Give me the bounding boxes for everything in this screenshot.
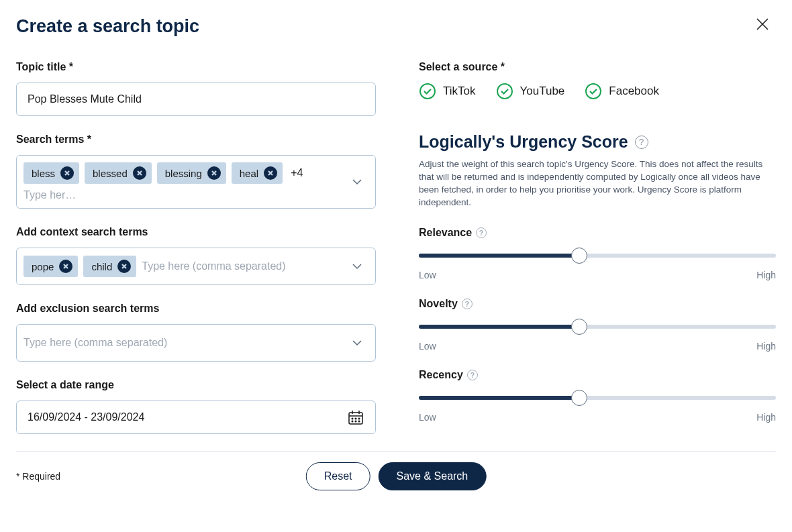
help-icon[interactable]: ? <box>467 370 478 380</box>
tag-text: pope <box>32 261 54 272</box>
check-circle-icon <box>419 83 436 100</box>
search-terms-input[interactable]: bless blessed blessing heal <box>16 155 376 209</box>
search-term-tag: blessed <box>85 162 152 184</box>
svg-point-6 <box>358 421 360 422</box>
context-term-tag: child <box>83 256 136 277</box>
slider-low-label: Low <box>419 270 436 280</box>
context-term-tag: pope <box>23 256 78 277</box>
relevance-slider[interactable] <box>419 254 776 258</box>
help-icon[interactable]: ? <box>635 136 648 149</box>
close-button[interactable] <box>753 15 772 34</box>
date-range-input[interactable]: 16/09/2024 - 23/09/2024 <box>16 401 376 434</box>
slider-high-label: High <box>756 412 776 423</box>
remove-tag-icon[interactable] <box>117 260 131 273</box>
svg-point-3 <box>358 418 360 419</box>
context-terms-label: Add context search terms <box>16 226 376 238</box>
tag-text: child <box>91 261 112 272</box>
relevance-label: Relevance ? <box>419 227 776 239</box>
remove-tag-icon[interactable] <box>60 166 74 180</box>
svg-point-7 <box>420 84 435 99</box>
remove-tag-icon[interactable] <box>207 166 221 180</box>
save-search-button[interactable]: Save & Search <box>379 462 487 490</box>
svg-point-9 <box>586 84 601 99</box>
urgency-score-description: Adjust the weight of this search topic's… <box>419 158 776 209</box>
source-label: Select a source * <box>419 61 776 73</box>
remove-tag-icon[interactable] <box>264 166 277 180</box>
help-icon[interactable]: ? <box>462 299 473 309</box>
search-term-tag: bless <box>23 162 79 184</box>
exclusion-terms-input[interactable] <box>16 324 376 362</box>
svg-point-5 <box>355 421 356 422</box>
source-label-text: YouTube <box>520 85 565 98</box>
search-term-tag: blessing <box>157 162 226 184</box>
exclusion-terms-label: Add exclusion search terms <box>16 303 376 315</box>
tag-text: blessed <box>93 168 128 179</box>
search-terms-overflow[interactable]: +4 <box>288 167 305 179</box>
svg-point-2 <box>355 418 356 419</box>
novelty-slider[interactable] <box>419 325 776 329</box>
svg-point-4 <box>352 421 353 422</box>
slider-thumb[interactable] <box>571 319 587 335</box>
remove-tag-icon[interactable] <box>133 166 146 180</box>
slider-low-label: Low <box>419 412 436 423</box>
help-icon[interactable]: ? <box>476 227 487 238</box>
source-label-text: Facebook <box>609 85 659 98</box>
slider-high-label: High <box>756 341 776 352</box>
exclusion-terms-text-input[interactable] <box>23 337 343 349</box>
date-range-label: Select a date range <box>16 379 376 391</box>
chevron-down-icon[interactable] <box>350 335 364 350</box>
required-note: * Required <box>16 471 60 482</box>
check-circle-icon <box>585 83 602 100</box>
chevron-down-icon[interactable] <box>350 174 364 189</box>
slider-high-label: High <box>756 270 776 280</box>
topic-title-label: Topic title * <box>16 61 376 73</box>
context-terms-text-input[interactable] <box>142 260 343 272</box>
slider-thumb[interactable] <box>571 248 587 264</box>
topic-title-input[interactable] <box>16 83 376 116</box>
slider-thumb[interactable] <box>571 390 587 406</box>
source-label-text: TikTok <box>443 85 476 98</box>
search-term-tag: heal <box>232 162 283 184</box>
tag-text: heal <box>240 168 258 179</box>
recency-label: Recency ? <box>419 369 776 381</box>
search-terms-text-input[interactable] <box>23 189 343 201</box>
slider-low-label: Low <box>419 341 436 352</box>
remove-tag-icon[interactable] <box>59 260 72 273</box>
slider-fill <box>419 325 579 329</box>
source-tiktok[interactable]: TikTok <box>419 83 476 100</box>
source-facebook[interactable]: Facebook <box>585 83 659 100</box>
svg-point-1 <box>352 418 353 419</box>
date-range-value: 16/09/2024 - 23/09/2024 <box>28 411 144 423</box>
tag-text: bless <box>32 168 55 179</box>
tag-text: blessing <box>165 168 202 179</box>
calendar-icon[interactable] <box>347 409 364 426</box>
recency-slider[interactable] <box>419 396 776 400</box>
slider-fill <box>419 254 579 258</box>
page-title: Create a search topic <box>16 16 776 37</box>
novelty-label: Novelty ? <box>419 298 776 310</box>
svg-point-8 <box>497 84 512 99</box>
chevron-down-icon[interactable] <box>350 259 364 274</box>
reset-button[interactable]: Reset <box>306 462 370 490</box>
source-youtube[interactable]: YouTube <box>496 83 565 100</box>
urgency-score-title: Logically's Urgency Score <box>419 132 628 152</box>
check-circle-icon <box>496 83 513 100</box>
context-terms-input[interactable]: pope child <box>16 248 376 285</box>
slider-fill <box>419 396 579 400</box>
search-terms-label: Search terms * <box>16 134 376 146</box>
